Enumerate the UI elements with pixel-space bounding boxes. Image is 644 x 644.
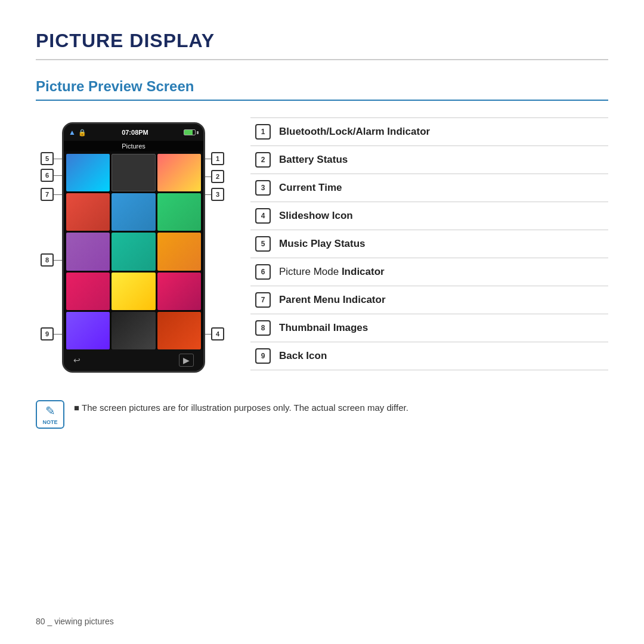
- thumbnail-1: [66, 154, 110, 191]
- thumbnail-2: [112, 154, 155, 191]
- page: PICTURE DISPLAY Picture Preview Screen 5…: [0, 0, 644, 453]
- legend-text-1: Bluetooth/Lock/Alarm Indicator: [279, 126, 430, 138]
- thumbnail-11: [112, 273, 155, 310]
- thumbnail-4: [66, 193, 110, 231]
- battery-bar: [184, 129, 199, 135]
- thumbnail-10: [66, 273, 110, 310]
- legend-row-2: 2 Battery Status: [250, 146, 608, 174]
- callout-4: 4: [211, 327, 224, 340]
- thumbnail-6: [157, 193, 201, 231]
- legend-row-5: 5 Music Play Status: [250, 230, 608, 258]
- legend-row-9: 9 Back Icon: [250, 342, 608, 370]
- legend-text-8: Thumbnail Images: [279, 322, 368, 334]
- play-button-icon: ▶: [179, 354, 194, 367]
- legend-row-4: 4 Slideshow Icon: [250, 202, 608, 230]
- legend-num-1: 1: [255, 124, 271, 140]
- callout-6: 6: [41, 169, 54, 182]
- thumbnail-7: [66, 233, 110, 270]
- back-button-icon: ↩: [73, 355, 80, 365]
- legend-table: 1 Bluetooth/Lock/Alarm Indicator 2 Batte…: [250, 117, 608, 370]
- device-mockup: ▲ 🔒 07:08PM Pictures: [62, 122, 205, 373]
- note-icon: ✎ NOTE: [36, 400, 64, 429]
- callout-9: 9: [41, 327, 54, 340]
- legend-text-6: Picture Mode Indicator: [279, 266, 385, 278]
- callout-7: 7: [41, 188, 54, 201]
- section-title: Picture Preview Screen: [36, 78, 608, 101]
- legend-text-9: Back Icon: [279, 350, 327, 362]
- content-area: 5 6 7 8: [36, 117, 608, 373]
- legend-text-3: Current Time: [279, 182, 342, 194]
- note-label: NOTE: [42, 419, 57, 425]
- legend-num-4: 4: [255, 208, 271, 224]
- battery-tip: [197, 131, 199, 134]
- legend-row-1: 1 Bluetooth/Lock/Alarm Indicator: [250, 118, 608, 146]
- bottom-bar: ↩ ▶: [64, 349, 203, 371]
- legend-row-6: 6 Picture Mode Indicator: [250, 258, 608, 286]
- footer: 80 _ viewing pictures: [36, 617, 114, 626]
- callout-8: 8: [41, 253, 54, 267]
- status-bar: ▲ 🔒 07:08PM: [64, 124, 203, 141]
- thumbnail-5: [112, 193, 155, 231]
- time-display: 07:08PM: [122, 129, 148, 136]
- legend-num-9: 9: [255, 348, 271, 364]
- battery-rect: [184, 129, 196, 135]
- legend-text-2: Battery Status: [279, 154, 348, 166]
- callout-3: 3: [211, 188, 224, 201]
- legend-row-7: 7 Parent Menu Indicator: [250, 286, 608, 314]
- thumbnail-3: [157, 154, 201, 191]
- thumbnail-grid: [66, 154, 201, 349]
- legend-num-2: 2: [255, 152, 271, 168]
- thumbnail-9: [157, 233, 201, 270]
- thumbnail-8: [112, 233, 155, 270]
- legend-num-8: 8: [255, 320, 271, 336]
- legend-num-7: 7: [255, 292, 271, 308]
- note-pen-icon: ✎: [45, 404, 55, 418]
- note-section: ✎ NOTE ■The screen pictures are for illu…: [36, 394, 608, 429]
- legend-row-3: 3 Current Time: [250, 174, 608, 202]
- legend-text-4: Slideshow Icon: [279, 210, 353, 222]
- note-bullet: ■: [74, 402, 79, 413]
- lock-icon: 🔒: [78, 129, 86, 137]
- legend-text-7: Parent Menu Indicator: [279, 294, 386, 306]
- callout-5: 5: [41, 152, 54, 165]
- legend-text-5: Music Play Status: [279, 238, 366, 250]
- callout-1: 1: [211, 152, 224, 165]
- bluetooth-icon: ▲: [69, 128, 76, 137]
- thumbnail-14: [112, 312, 155, 349]
- legend-num-3: 3: [255, 180, 271, 196]
- status-icons: ▲ 🔒: [69, 128, 86, 137]
- device-screen: ▲ 🔒 07:08PM Pictures: [64, 124, 203, 371]
- note-text: ■The screen pictures are for illustratio…: [74, 402, 408, 413]
- legend-num-6: 6: [255, 264, 271, 280]
- thumbnail-15: [157, 312, 201, 349]
- legend-num-5: 5: [255, 236, 271, 252]
- thumbnail-13: [66, 312, 110, 349]
- page-title: PICTURE DISPLAY: [36, 30, 608, 60]
- pictures-label: Pictures: [64, 141, 203, 151]
- legend-row-8: 8 Thumbnail Images: [250, 314, 608, 342]
- callout-2: 2: [211, 170, 224, 183]
- device-container: 5 6 7 8: [36, 117, 227, 373]
- thumbnail-12: [157, 273, 201, 310]
